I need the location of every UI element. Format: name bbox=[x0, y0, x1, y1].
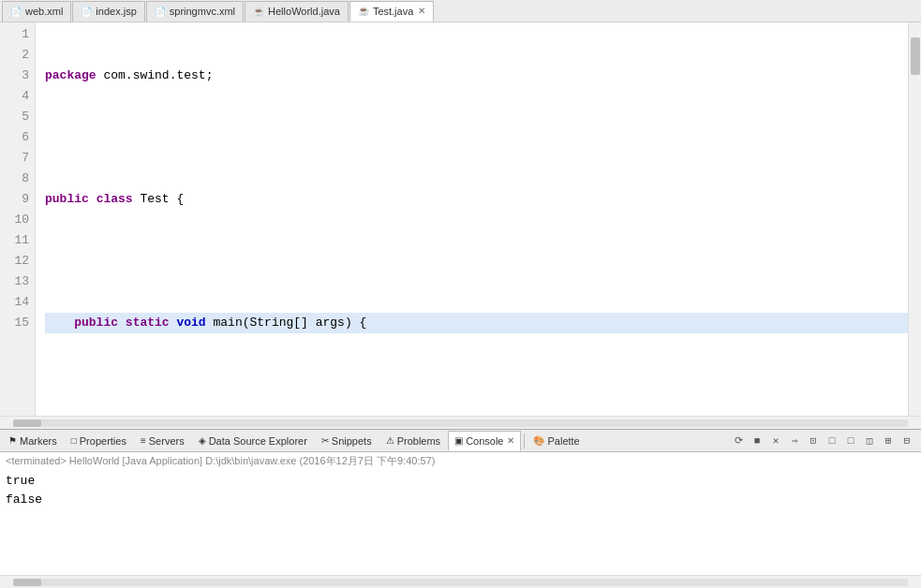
console-horizontal-scroll[interactable] bbox=[0, 575, 921, 588]
tab-label-springmvc-xml: springmvc.xml bbox=[170, 6, 235, 17]
code-line-3: public class Test { bbox=[45, 189, 908, 210]
tab-separator bbox=[524, 434, 525, 448]
tab-console[interactable]: ▣ Console ✕ bbox=[448, 431, 521, 451]
h-scroll-thumb bbox=[13, 419, 41, 427]
action-view3-btn[interactable]: □ bbox=[842, 433, 859, 449]
tab-markers[interactable]: ⚑ Markers bbox=[2, 431, 64, 451]
action-maximize-btn[interactable]: ⊞ bbox=[880, 433, 897, 449]
code-line-4 bbox=[45, 251, 908, 272]
tab-label-helloworld-java: HelloWorld.java bbox=[268, 6, 340, 17]
action-run-btn[interactable]: ⇒ bbox=[786, 433, 803, 449]
tab-label-test-java: Test.java bbox=[373, 6, 413, 17]
h-scroll-track bbox=[13, 419, 908, 427]
tab-label-index-jsp: index.jsp bbox=[96, 6, 136, 17]
action-close-btn[interactable]: ✕ bbox=[767, 433, 784, 449]
tab-springmvc-xml[interactable]: 📄 springmvc.xml bbox=[146, 1, 244, 22]
tab-close-console[interactable]: ✕ bbox=[507, 435, 514, 446]
action-refresh-btn[interactable]: ⟳ bbox=[730, 433, 747, 449]
properties-icon: □ bbox=[71, 435, 77, 446]
action-minimize-btn[interactable]: ⊟ bbox=[899, 433, 915, 449]
line-numbers: 1 2 3 4 5 6 7 8 9 10 11 12 13 14 15 bbox=[0, 22, 36, 416]
bottom-tab-bar: ⚑ Markers □ Properties ≡ Servers ◈ Data … bbox=[0, 430, 921, 452]
tab-label-properties: Properties bbox=[80, 435, 126, 447]
code-editor: 1 2 3 4 5 6 7 8 9 10 11 12 13 14 15 pack… bbox=[0, 22, 921, 416]
tab-index-jsp[interactable]: 📄 index.jsp bbox=[72, 1, 144, 22]
action-view4-btn[interactable]: ◫ bbox=[861, 433, 878, 449]
tab-close-test-java[interactable]: ✕ bbox=[418, 6, 425, 16]
tab-label-snippets: Snippets bbox=[332, 435, 372, 447]
console-output: <terminated> HelloWorld [Java Applicatio… bbox=[0, 452, 921, 575]
tab-web-xml[interactable]: 📄 web.xml bbox=[2, 1, 71, 22]
tab-properties[interactable]: □ Properties bbox=[65, 431, 133, 451]
code-line-1: package com.swind.test; bbox=[45, 66, 908, 86]
editor-scrollbar[interactable] bbox=[908, 22, 921, 416]
console-terminated-text: <terminated> HelloWorld [Java Applicatio… bbox=[6, 454, 915, 468]
palette-icon: 🎨 bbox=[533, 435, 544, 446]
console-icon: ▣ bbox=[454, 435, 463, 446]
code-text[interactable]: package com.swind.test; public class Tes… bbox=[36, 22, 908, 416]
action-stop-btn[interactable]: ■ bbox=[749, 433, 765, 449]
tab-label-palette: Palette bbox=[547, 435, 579, 447]
tab-helloworld-java[interactable]: ☕ HelloWorld.java bbox=[245, 1, 349, 22]
jsp-icon: 📄 bbox=[81, 7, 92, 17]
tab-label-datasource: Data Source Explorer bbox=[209, 435, 307, 447]
console-output-line-2: false bbox=[6, 491, 915, 509]
tab-palette[interactable]: 🎨 Palette bbox=[527, 431, 586, 451]
console-h-scroll-track bbox=[13, 579, 908, 586]
console-output-line-1: true bbox=[6, 472, 915, 491]
tab-test-java[interactable]: ☕ Test.java ✕ bbox=[349, 1, 434, 22]
scrollbar-thumb[interactable] bbox=[911, 37, 920, 75]
code-line-5: public static void main(String[] args) { bbox=[45, 313, 908, 333]
tab-label-console: Console bbox=[466, 435, 503, 447]
springmvc-icon: 📄 bbox=[155, 7, 166, 17]
tab-label-problems: Problems bbox=[397, 435, 440, 447]
editor-tab-bar: 📄 web.xml 📄 index.jsp 📄 springmvc.xml ☕ … bbox=[0, 0, 921, 22]
code-line-6 bbox=[45, 375, 908, 395]
xml-icon: 📄 bbox=[10, 7, 22, 17]
console-action-buttons: ⟳ ■ ✕ ⇒ ⊡ □ □ ◫ ⊞ ⊟ bbox=[730, 433, 919, 449]
test-icon: ☕ bbox=[358, 6, 369, 16]
snippets-icon: ✂ bbox=[321, 435, 329, 446]
markers-icon: ⚑ bbox=[8, 435, 17, 446]
tab-datasource[interactable]: ◈ Data Source Explorer bbox=[192, 431, 314, 451]
tab-problems[interactable]: ⚠ Problems bbox=[379, 431, 447, 451]
console-h-scroll-thumb bbox=[13, 579, 41, 586]
tab-label-web-xml: web.xml bbox=[25, 6, 63, 17]
datasource-icon: ◈ bbox=[199, 435, 206, 446]
tab-label-markers: Markers bbox=[20, 435, 57, 447]
servers-icon: ≡ bbox=[141, 435, 146, 446]
action-view2-btn[interactable]: □ bbox=[824, 433, 840, 449]
action-view1-btn[interactable]: ⊡ bbox=[805, 433, 822, 449]
helloworld-icon: ☕ bbox=[253, 7, 264, 17]
tab-snippets[interactable]: ✂ Snippets bbox=[315, 431, 379, 451]
tab-servers[interactable]: ≡ Servers bbox=[134, 431, 191, 451]
code-line-2 bbox=[45, 127, 908, 148]
bottom-panel: ⚑ Markers □ Properties ≡ Servers ◈ Data … bbox=[0, 429, 921, 588]
problems-icon: ⚠ bbox=[386, 435, 394, 446]
tab-label-servers: Servers bbox=[149, 435, 185, 447]
editor-horizontal-scroll[interactable] bbox=[0, 416, 921, 429]
